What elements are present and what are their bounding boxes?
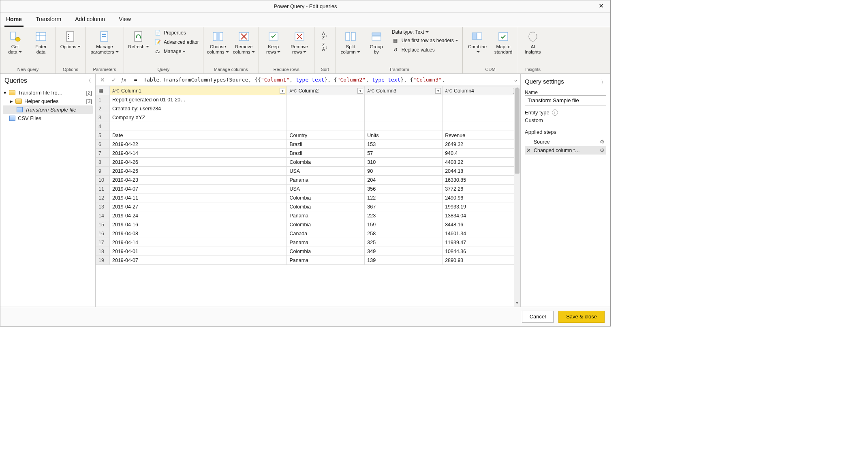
cell[interactable]: 2490.96 — [443, 193, 520, 202]
save-close-button[interactable]: Save & close — [558, 311, 605, 323]
replace-values-button[interactable]: ↺ Replace values — [391, 46, 459, 54]
table-row[interactable]: 72019-04-14Brazil57940.4 — [96, 149, 520, 158]
cell[interactable]: 2019-04-16 — [110, 220, 287, 229]
cell[interactable] — [287, 104, 365, 113]
cell[interactable]: 356 — [365, 185, 443, 193]
cell[interactable]: 2890.93 — [443, 256, 520, 265]
cell[interactable]: Brazil — [287, 149, 365, 158]
row-index[interactable]: 15 — [96, 220, 110, 229]
cell[interactable] — [287, 122, 365, 131]
query-name-input[interactable] — [525, 95, 606, 105]
enter-data-button[interactable]: Enter data — [30, 29, 52, 55]
vertical-scrollbar[interactable]: ▲ ▼ — [514, 86, 520, 307]
cell[interactable]: 349 — [365, 247, 443, 256]
cell[interactable]: 2019-04-25 — [110, 167, 287, 176]
cell[interactable]: 223 — [365, 211, 443, 220]
table-row[interactable]: 1Report generated on 01-01-20… — [96, 95, 520, 104]
cell[interactable]: Panama — [287, 211, 365, 220]
row-index[interactable]: 3 — [96, 113, 110, 122]
manage-parameters-button[interactable]: Manage parameters — [89, 29, 120, 55]
step-changed-column-types[interactable]: ✕ Changed column t… ⚙ — [525, 146, 606, 155]
cell[interactable]: 204 — [365, 176, 443, 185]
split-column-button[interactable]: Split column — [339, 29, 362, 55]
row-index[interactable]: 6 — [96, 140, 110, 149]
gear-icon[interactable]: ⚙ — [600, 139, 605, 145]
cell[interactable]: Colombia — [287, 220, 365, 229]
table-row[interactable]: 182019-04-01Colombia34910844.36 — [96, 247, 520, 256]
remove-rows-button[interactable]: Remove rows — [288, 29, 311, 55]
cell[interactable]: 2019-04-14 — [110, 238, 287, 247]
cell[interactable]: 2019-04-24 — [110, 211, 287, 220]
cell[interactable]: Report generated on 01-01-20… — [110, 95, 287, 104]
table-row[interactable]: 102019-04-23Panama20416330.85 — [96, 176, 520, 185]
row-index[interactable]: 5 — [96, 131, 110, 140]
cell[interactable] — [443, 113, 520, 122]
group-by-button[interactable]: Group by — [365, 29, 388, 55]
cell[interactable]: 159 — [365, 220, 443, 229]
cell[interactable] — [443, 104, 520, 113]
cell[interactable]: 2044.18 — [443, 167, 520, 176]
cell[interactable]: Units — [365, 131, 443, 140]
row-index[interactable]: 9 — [96, 167, 110, 176]
row-index[interactable]: 2 — [96, 104, 110, 113]
table-row[interactable]: 152019-04-16Colombia1593448.16 — [96, 220, 520, 229]
cell[interactable]: Colombia — [287, 158, 365, 167]
cell[interactable] — [287, 95, 365, 104]
table-row[interactable]: 112019-04-07USA3563772.26 — [96, 185, 520, 193]
sort-asc-button[interactable]: AZ↓ — [322, 31, 328, 40]
formula-cancel-button[interactable]: ✕ — [98, 77, 107, 83]
table-row[interactable]: 5DateCountryUnitsRevenue — [96, 131, 520, 140]
info-icon[interactable]: i — [552, 110, 558, 116]
cancel-button[interactable]: Cancel — [522, 311, 554, 323]
table-row[interactable]: 122019-04-11Colombia1222490.96 — [96, 193, 520, 202]
cell[interactable]: 3448.16 — [443, 220, 520, 229]
cell[interactable] — [443, 122, 520, 131]
formula-accept-button[interactable]: ✓ — [109, 77, 118, 83]
cell[interactable] — [365, 104, 443, 113]
cell[interactable]: USA — [287, 167, 365, 176]
column-header-column1[interactable]: AᴮCColumn1▾ — [110, 86, 287, 95]
query-folder-transform-file-from[interactable]: ▾ Transform file fro… [2] — [3, 88, 93, 97]
remove-columns-button[interactable]: Remove columns — [233, 29, 255, 55]
options-button[interactable]: Options — [59, 29, 82, 49]
sort-desc-button[interactable]: ZA↓ — [322, 43, 328, 52]
data-type-dropdown[interactable]: Data type: Text — [391, 29, 459, 35]
row-index[interactable]: 18 — [96, 247, 110, 256]
row-index[interactable]: 17 — [96, 238, 110, 247]
cell[interactable]: 139 — [365, 256, 443, 265]
combine-button[interactable]: Combine — [466, 29, 489, 55]
row-index[interactable]: 11 — [96, 185, 110, 193]
manage-query-button[interactable]: 🗂 Manage — [153, 47, 200, 56]
cell[interactable]: 2019-04-23 — [110, 176, 287, 185]
formula-input[interactable]: = Table.TransformColumnTypes(Source, {{"… — [132, 77, 518, 83]
query-folder-helper-queries[interactable]: ▸ Helper queries [3] — [3, 97, 93, 105]
cell[interactable]: 940.4 — [443, 149, 520, 158]
cell[interactable]: Created by: user9284 — [110, 104, 287, 113]
column-filter-button[interactable]: ▾ — [435, 88, 441, 94]
cell[interactable]: 2019-04-22 — [110, 140, 287, 149]
collapse-settings-button[interactable]: 〉 — [601, 79, 606, 86]
cell[interactable]: Revenue — [443, 131, 520, 140]
table-row[interactable]: 192019-04-07Panama1392890.93 — [96, 256, 520, 265]
cell[interactable]: Panama — [287, 176, 365, 185]
cell[interactable] — [365, 95, 443, 104]
tab-add-column[interactable]: Add column — [73, 13, 107, 27]
formula-expand-button[interactable]: ⌄ — [513, 77, 518, 83]
query-transform-sample-file[interactable]: Transform Sample file — [3, 105, 93, 114]
row-index[interactable]: 12 — [96, 193, 110, 202]
cell[interactable]: 2019-04-01 — [110, 247, 287, 256]
cell[interactable]: 2019-04-07 — [110, 256, 287, 265]
cell[interactable]: Panama — [287, 238, 365, 247]
cell[interactable]: 4408.22 — [443, 158, 520, 167]
cell[interactable] — [287, 113, 365, 122]
properties-button[interactable]: 📄 Properties — [153, 29, 200, 37]
cell[interactable]: Brazil — [287, 140, 365, 149]
cell[interactable]: Canada — [287, 229, 365, 238]
row-index[interactable]: 1 — [96, 95, 110, 104]
row-index[interactable]: 16 — [96, 229, 110, 238]
cell[interactable]: Country — [287, 131, 365, 140]
cell[interactable]: 16330.85 — [443, 176, 520, 185]
delete-step-icon[interactable]: ✕ — [526, 147, 531, 153]
row-index[interactable]: 4 — [96, 122, 110, 131]
scroll-thumb[interactable] — [515, 88, 520, 174]
